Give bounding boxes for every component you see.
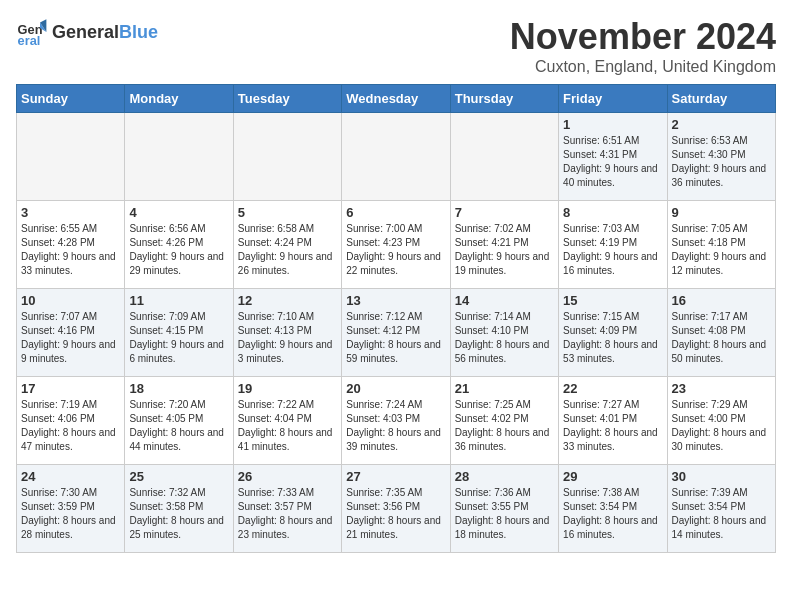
day-header-wednesday: Wednesday [342,85,450,113]
calendar-cell [342,113,450,201]
day-header-saturday: Saturday [667,85,775,113]
day-info: Sunrise: 7:17 AM Sunset: 4:08 PM Dayligh… [672,310,771,366]
logo-icon: Gen eral [16,16,48,48]
calendar-cell: 9Sunrise: 7:05 AM Sunset: 4:18 PM Daylig… [667,201,775,289]
day-header-monday: Monday [125,85,233,113]
logo-text-general: General [52,22,119,42]
day-info: Sunrise: 7:36 AM Sunset: 3:55 PM Dayligh… [455,486,554,542]
calendar-cell: 22Sunrise: 7:27 AM Sunset: 4:01 PM Dayli… [559,377,667,465]
calendar-cell: 12Sunrise: 7:10 AM Sunset: 4:13 PM Dayli… [233,289,341,377]
day-header-thursday: Thursday [450,85,558,113]
calendar-cell: 28Sunrise: 7:36 AM Sunset: 3:55 PM Dayli… [450,465,558,553]
day-number: 29 [563,469,662,484]
calendar-week-row: 3Sunrise: 6:55 AM Sunset: 4:28 PM Daylig… [17,201,776,289]
day-info: Sunrise: 6:53 AM Sunset: 4:30 PM Dayligh… [672,134,771,190]
day-info: Sunrise: 7:29 AM Sunset: 4:00 PM Dayligh… [672,398,771,454]
calendar-cell: 30Sunrise: 7:39 AM Sunset: 3:54 PM Dayli… [667,465,775,553]
calendar-cell [125,113,233,201]
calendar-cell [450,113,558,201]
day-number: 27 [346,469,445,484]
calendar-cell [233,113,341,201]
day-number: 3 [21,205,120,220]
day-number: 17 [21,381,120,396]
calendar-cell: 29Sunrise: 7:38 AM Sunset: 3:54 PM Dayli… [559,465,667,553]
logo: Gen eral GeneralBlue [16,16,158,48]
calendar-cell: 19Sunrise: 7:22 AM Sunset: 4:04 PM Dayli… [233,377,341,465]
day-info: Sunrise: 7:30 AM Sunset: 3:59 PM Dayligh… [21,486,120,542]
day-info: Sunrise: 7:32 AM Sunset: 3:58 PM Dayligh… [129,486,228,542]
day-number: 22 [563,381,662,396]
calendar-cell: 18Sunrise: 7:20 AM Sunset: 4:05 PM Dayli… [125,377,233,465]
day-number: 6 [346,205,445,220]
calendar-cell: 16Sunrise: 7:17 AM Sunset: 4:08 PM Dayli… [667,289,775,377]
calendar-cell: 6Sunrise: 7:00 AM Sunset: 4:23 PM Daylig… [342,201,450,289]
day-number: 20 [346,381,445,396]
day-info: Sunrise: 7:12 AM Sunset: 4:12 PM Dayligh… [346,310,445,366]
day-number: 28 [455,469,554,484]
day-info: Sunrise: 7:03 AM Sunset: 4:19 PM Dayligh… [563,222,662,278]
day-info: Sunrise: 7:22 AM Sunset: 4:04 PM Dayligh… [238,398,337,454]
day-number: 2 [672,117,771,132]
day-number: 7 [455,205,554,220]
calendar-cell: 15Sunrise: 7:15 AM Sunset: 4:09 PM Dayli… [559,289,667,377]
calendar-week-row: 1Sunrise: 6:51 AM Sunset: 4:31 PM Daylig… [17,113,776,201]
day-number: 25 [129,469,228,484]
calendar-cell: 26Sunrise: 7:33 AM Sunset: 3:57 PM Dayli… [233,465,341,553]
calendar-cell: 4Sunrise: 6:56 AM Sunset: 4:26 PM Daylig… [125,201,233,289]
day-info: Sunrise: 7:05 AM Sunset: 4:18 PM Dayligh… [672,222,771,278]
day-info: Sunrise: 7:25 AM Sunset: 4:02 PM Dayligh… [455,398,554,454]
calendar-cell: 25Sunrise: 7:32 AM Sunset: 3:58 PM Dayli… [125,465,233,553]
day-info: Sunrise: 7:39 AM Sunset: 3:54 PM Dayligh… [672,486,771,542]
day-info: Sunrise: 7:33 AM Sunset: 3:57 PM Dayligh… [238,486,337,542]
calendar-cell: 13Sunrise: 7:12 AM Sunset: 4:12 PM Dayli… [342,289,450,377]
calendar-header-row: SundayMondayTuesdayWednesdayThursdayFrid… [17,85,776,113]
calendar-cell: 1Sunrise: 6:51 AM Sunset: 4:31 PM Daylig… [559,113,667,201]
day-info: Sunrise: 6:56 AM Sunset: 4:26 PM Dayligh… [129,222,228,278]
day-number: 13 [346,293,445,308]
month-title: November 2024 [510,16,776,58]
day-number: 16 [672,293,771,308]
calendar-week-row: 17Sunrise: 7:19 AM Sunset: 4:06 PM Dayli… [17,377,776,465]
day-info: Sunrise: 7:15 AM Sunset: 4:09 PM Dayligh… [563,310,662,366]
day-info: Sunrise: 6:58 AM Sunset: 4:24 PM Dayligh… [238,222,337,278]
day-info: Sunrise: 7:09 AM Sunset: 4:15 PM Dayligh… [129,310,228,366]
day-number: 12 [238,293,337,308]
calendar-cell: 23Sunrise: 7:29 AM Sunset: 4:00 PM Dayli… [667,377,775,465]
svg-text:eral: eral [18,33,41,48]
day-info: Sunrise: 7:00 AM Sunset: 4:23 PM Dayligh… [346,222,445,278]
day-info: Sunrise: 7:02 AM Sunset: 4:21 PM Dayligh… [455,222,554,278]
day-info: Sunrise: 7:35 AM Sunset: 3:56 PM Dayligh… [346,486,445,542]
day-header-sunday: Sunday [17,85,125,113]
calendar-cell: 27Sunrise: 7:35 AM Sunset: 3:56 PM Dayli… [342,465,450,553]
day-header-tuesday: Tuesday [233,85,341,113]
calendar-cell: 21Sunrise: 7:25 AM Sunset: 4:02 PM Dayli… [450,377,558,465]
day-number: 21 [455,381,554,396]
title-area: November 2024 Cuxton, England, United Ki… [510,16,776,76]
day-number: 15 [563,293,662,308]
calendar-week-row: 24Sunrise: 7:30 AM Sunset: 3:59 PM Dayli… [17,465,776,553]
calendar-cell: 7Sunrise: 7:02 AM Sunset: 4:21 PM Daylig… [450,201,558,289]
day-info: Sunrise: 7:14 AM Sunset: 4:10 PM Dayligh… [455,310,554,366]
calendar-cell: 8Sunrise: 7:03 AM Sunset: 4:19 PM Daylig… [559,201,667,289]
day-number: 4 [129,205,228,220]
day-number: 14 [455,293,554,308]
day-number: 18 [129,381,228,396]
day-info: Sunrise: 7:27 AM Sunset: 4:01 PM Dayligh… [563,398,662,454]
calendar-cell: 17Sunrise: 7:19 AM Sunset: 4:06 PM Dayli… [17,377,125,465]
day-header-friday: Friday [559,85,667,113]
day-info: Sunrise: 7:19 AM Sunset: 4:06 PM Dayligh… [21,398,120,454]
day-number: 30 [672,469,771,484]
day-number: 8 [563,205,662,220]
day-info: Sunrise: 7:38 AM Sunset: 3:54 PM Dayligh… [563,486,662,542]
day-number: 23 [672,381,771,396]
day-number: 10 [21,293,120,308]
calendar-cell: 10Sunrise: 7:07 AM Sunset: 4:16 PM Dayli… [17,289,125,377]
day-info: Sunrise: 7:20 AM Sunset: 4:05 PM Dayligh… [129,398,228,454]
day-number: 5 [238,205,337,220]
calendar-week-row: 10Sunrise: 7:07 AM Sunset: 4:16 PM Dayli… [17,289,776,377]
header: Gen eral GeneralBlue November 2024 Cuxto… [16,16,776,76]
day-info: Sunrise: 6:55 AM Sunset: 4:28 PM Dayligh… [21,222,120,278]
calendar-cell [17,113,125,201]
location-title: Cuxton, England, United Kingdom [510,58,776,76]
logo-text-blue: Blue [119,22,158,42]
